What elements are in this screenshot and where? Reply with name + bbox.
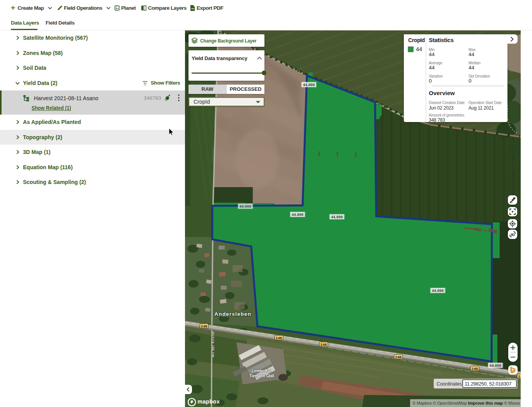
svg-text:3D: 3D (510, 232, 515, 237)
svg-text:PDF: PDF (191, 7, 194, 9)
